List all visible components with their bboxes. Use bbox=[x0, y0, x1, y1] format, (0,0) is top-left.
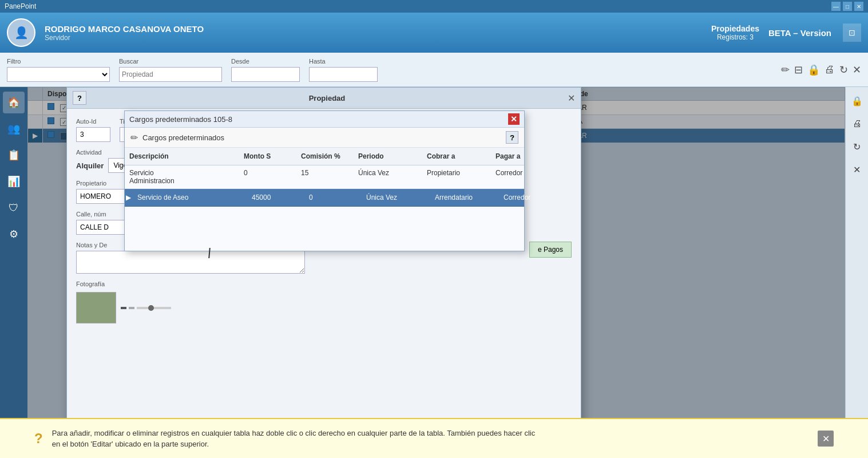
modal-help-btn[interactable]: ? bbox=[73, 91, 86, 105]
cargo-monto-selected: 45000 bbox=[247, 190, 304, 205]
notif-close-btn[interactable]: ✕ bbox=[818, 431, 834, 447]
title-bar: PanePoint — □ ✕ bbox=[0, 0, 868, 13]
user-info: RODRIGO MARCO CASANOVA ONETO Servidor bbox=[45, 24, 702, 42]
cargo-table-header: Descripción Monto S Comisión % Periodo C… bbox=[125, 148, 524, 165]
buscar-group: Buscar bbox=[119, 58, 222, 82]
version-label: BETA – Version bbox=[768, 28, 831, 38]
close-icon-btn[interactable]: ✕ bbox=[853, 64, 861, 76]
registros-label: Registros: 3 bbox=[711, 33, 759, 41]
cargo-cobrar-a: Propietario bbox=[422, 167, 491, 187]
photo-thumbnail[interactable] bbox=[76, 292, 116, 323]
sidebar-chart-btn[interactable]: 📊 bbox=[3, 171, 25, 192]
desde-group: Desde bbox=[231, 58, 300, 82]
minimize-btn[interactable]: — bbox=[831, 2, 841, 11]
notif-line-1: Para añadir, modificar o eliminar regist… bbox=[52, 428, 808, 439]
toolbar: Filtro Buscar Desde Hasta ✏ ⊟ 🔒 🖨 ↻ ✕ bbox=[0, 53, 868, 87]
col-pagar-a: Pagar a bbox=[491, 150, 548, 163]
cargo-comision: 15 bbox=[296, 167, 354, 187]
notif-text: Para añadir, modificar o eliminar regist… bbox=[52, 428, 808, 450]
print-icon-btn[interactable]: 🖨 bbox=[825, 64, 835, 76]
user-role: Servidor bbox=[45, 34, 702, 42]
inner-close-btn[interactable]: ✕ bbox=[508, 113, 520, 125]
user-name: RODRIGO MARCO CASANOVA ONETO bbox=[45, 24, 702, 34]
auto-id-input[interactable] bbox=[76, 127, 110, 142]
notif-line-2: en el botón 'Editar' ubicado en la parte… bbox=[52, 439, 808, 450]
right-close-btn[interactable]: ✕ bbox=[848, 160, 866, 179]
inner-edit-btn[interactable]: ✏ bbox=[130, 132, 138, 143]
edit-icon-btn[interactable]: ✏ bbox=[781, 64, 790, 76]
sidebar-shield-btn[interactable]: 🛡 bbox=[3, 197, 25, 219]
photo-dot-1 bbox=[121, 307, 126, 309]
cargo-descripcion-selected: Servicio de Aseo bbox=[133, 190, 247, 205]
filtro-select[interactable] bbox=[7, 67, 110, 82]
pagos-btn[interactable]: e Pagos bbox=[529, 242, 572, 258]
col-monto: Monto S bbox=[239, 150, 296, 163]
sidebar-home-btn[interactable]: 🏠 bbox=[3, 92, 25, 113]
desde-input[interactable] bbox=[231, 67, 300, 82]
desde-label: Desde bbox=[231, 58, 300, 65]
col-periodo: Periodo bbox=[354, 150, 422, 163]
sidebar-docs-btn[interactable]: 📋 bbox=[3, 144, 25, 166]
auto-id-label: Auto-Id bbox=[76, 118, 110, 125]
col-cobrar-a: Cobrar a bbox=[422, 150, 491, 163]
refresh-icon-btn[interactable]: ↻ bbox=[839, 64, 848, 76]
inner-help-btn[interactable]: ? bbox=[506, 131, 518, 144]
toolbar-icons: ✏ ⊟ 🔒 🖨 ↻ ✕ bbox=[781, 64, 861, 76]
cargo-comision-selected: 0 bbox=[304, 190, 362, 205]
cargo-cobrar-a-selected: Arrendatario bbox=[430, 190, 499, 205]
hasta-input[interactable] bbox=[309, 67, 378, 82]
cargo-periodo: Única Vez bbox=[354, 167, 422, 187]
buscar-input[interactable] bbox=[119, 67, 222, 82]
header-icon-btn[interactable]: ⊡ bbox=[843, 23, 861, 42]
col-descripcion: Descripción bbox=[125, 150, 239, 163]
close-btn[interactable]: ✕ bbox=[854, 2, 863, 11]
photo-slider[interactable] bbox=[137, 307, 171, 309]
notas-textarea[interactable] bbox=[76, 251, 305, 274]
layout: 🏠 👥 📋 📊 🛡 ⚙ Disponible ID Tipo de bbox=[0, 87, 868, 458]
photo-dots bbox=[121, 307, 171, 309]
right-sidebar: 🔒 🖨 ↻ ✕ bbox=[845, 87, 868, 458]
right-refresh-btn[interactable]: ↻ bbox=[848, 137, 866, 156]
main-content: Disponible ID Tipo de 1 DEP bbox=[27, 87, 845, 458]
sidebar-users-btn[interactable]: 👥 bbox=[3, 118, 25, 140]
auto-id-group: Auto-Id bbox=[76, 118, 110, 142]
inner-title-bar: Cargos predeterminados 105-8 ✕ bbox=[125, 111, 524, 128]
col-comision: Comisión % bbox=[296, 150, 354, 163]
form-row-6: Fotografía bbox=[76, 281, 572, 323]
cargo-row-selected[interactable]: ▶ Servicio de Aseo 45000 0 Única Vez Arr… bbox=[125, 189, 524, 207]
left-sidebar: 🏠 👥 📋 📊 🛡 ⚙ bbox=[0, 87, 27, 458]
grid-icon-btn[interactable]: ⊟ bbox=[794, 64, 803, 76]
propiedades-label: Propiedades bbox=[711, 24, 759, 33]
fotografia-label: Fotografía bbox=[76, 281, 171, 287]
hasta-group: Hasta bbox=[309, 58, 378, 82]
sidebar-settings-btn[interactable]: ⚙ bbox=[3, 223, 25, 245]
maximize-btn[interactable]: □ bbox=[843, 2, 852, 11]
buscar-label: Buscar bbox=[119, 58, 222, 65]
avatar: 👤 bbox=[7, 18, 35, 47]
modal-cargos: Cargos predeterminados 105-8 ✕ ✏ Cargos … bbox=[124, 110, 525, 251]
modal-title-bar: ? Propiedad ✕ bbox=[67, 88, 581, 109]
window-controls: — □ ✕ bbox=[831, 2, 863, 11]
bottom-notification: ? Para añadir, modificar o eliminar regi… bbox=[0, 418, 868, 458]
properties-info: Propiedades Registros: 3 bbox=[711, 24, 759, 41]
alquiler-label: Alquiler bbox=[76, 161, 104, 170]
inner-title: Cargos predeterminados 105-8 bbox=[129, 115, 232, 124]
hasta-label: Hasta bbox=[309, 58, 378, 65]
cargo-descripcion: ServicioAdministracion bbox=[125, 167, 239, 187]
inner-body: Descripción Monto S Comisión % Periodo C… bbox=[125, 148, 524, 251]
lock-icon-btn[interactable]: 🔒 bbox=[807, 64, 820, 76]
header: 👤 RODRIGO MARCO CASANOVA ONETO Servidor … bbox=[0, 13, 868, 53]
app-title: PanePoint bbox=[5, 2, 36, 10]
modal-close-btn[interactable]: ✕ bbox=[568, 93, 575, 104]
modal-title: Propiedad bbox=[309, 94, 346, 102]
modal-propiedad: ? Propiedad ✕ Auto-Id Tipo de Propiedad … bbox=[66, 87, 581, 458]
right-print-btn[interactable]: 🖨 bbox=[848, 114, 866, 133]
cargo-monto: 0 bbox=[239, 167, 296, 187]
right-lock-btn[interactable]: 🔒 bbox=[848, 92, 866, 110]
photos-area bbox=[76, 292, 171, 323]
cargo-row-plain[interactable]: ServicioAdministracion 0 15 Única Vez Pr… bbox=[125, 165, 524, 189]
photo-slider-handle bbox=[148, 305, 154, 311]
fotografia-group: Fotografía bbox=[76, 281, 171, 323]
cargo-pagar-a-selected: Corredor bbox=[499, 190, 556, 205]
photo-dot-2 bbox=[129, 307, 134, 309]
